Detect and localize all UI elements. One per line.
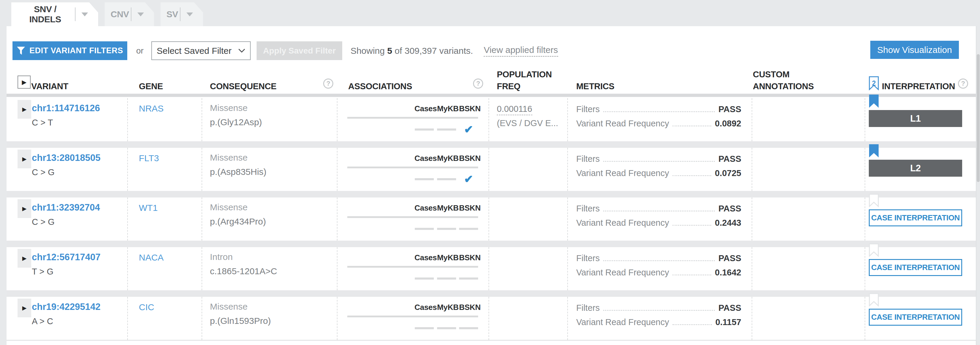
help-icon[interactable]: ?: [323, 78, 333, 89]
row-divider: [6, 141, 976, 148]
variant-link[interactable]: chr12:56717407: [32, 252, 127, 262]
variant-cell: chr13:28018505 C > G: [31, 148, 128, 191]
variant-link[interactable]: chr19:42295142: [32, 302, 127, 312]
gene-link[interactable]: WT1: [139, 203, 158, 213]
row-expand-button[interactable]: ▶: [18, 100, 31, 119]
view-applied-filters-link[interactable]: View applied filters: [484, 45, 558, 57]
variant-change: C > G: [32, 217, 127, 227]
associations-block: Cases MyKB BSKN: [347, 204, 478, 234]
row-expand-button[interactable]: ▶: [18, 299, 31, 317]
edit-variant-filters-button[interactable]: EDIT VARIANT FILTERS: [13, 41, 127, 60]
assoc-label-bskn: BSKN: [459, 253, 478, 262]
assoc-mark-mykb: [437, 228, 456, 230]
row-expand-button[interactable]: ▶: [18, 249, 31, 268]
assoc-label-mykb: MyKB: [437, 104, 456, 113]
header-divider-bar: [6, 94, 976, 97]
associations-cell: Cases MyKB BSKN: [337, 247, 489, 290]
expand-all-rows-button[interactable]: ▶: [18, 76, 30, 89]
custom-annotations-cell: [752, 297, 865, 340]
variant-cell: chr1:114716126 C > T: [31, 98, 128, 141]
dotted-leader: [603, 211, 715, 211]
consequence-cell: Missense p.(Gly12Asp): [202, 98, 337, 141]
population-freq-source: (EVS / DGV E...: [497, 118, 567, 128]
select-saved-filter-dropdown[interactable]: Select Saved Filter: [151, 41, 251, 60]
row-expand-button[interactable]: ▶: [18, 149, 31, 169]
metric-vrf-value: 0.1642: [715, 268, 741, 278]
gene-cell: CIC: [128, 297, 202, 340]
tab-label: CNV: [111, 9, 129, 19]
metrics-cell: Filters PASS Variant Read Frequency 0.07…: [568, 148, 752, 191]
custom-annotations-cell: [752, 197, 865, 241]
expand-icon: ▶: [22, 305, 27, 311]
assoc-mark-cases: [414, 228, 434, 230]
help-icon[interactable]: ?: [958, 78, 968, 89]
scrollbar-track: [977, 26, 980, 345]
scrollbar-thumb[interactable]: [977, 54, 980, 182]
dotted-leader: [673, 324, 712, 325]
dotted-leader: [673, 225, 711, 226]
chevron-down-icon[interactable]: [81, 13, 88, 16]
table-row: ▶ chr13:28018505 C > G FLT3 Missense p.(…: [6, 148, 976, 191]
bookmark-icon[interactable]: [869, 243, 879, 257]
bookmark-icon[interactable]: [869, 94, 879, 108]
variant-cell: chr19:42295142 A > C: [31, 297, 128, 340]
variant-change: A > C: [32, 316, 127, 326]
bookmark-count-value: 2: [869, 77, 879, 89]
gene-link[interactable]: NRAS: [139, 103, 164, 113]
assoc-label-cases: Cases: [414, 253, 434, 262]
expander-cell: ▶: [6, 297, 31, 340]
tab-snv-indels[interactable]: SNV / INDELS: [11, 2, 98, 26]
gene-link[interactable]: CIC: [139, 302, 154, 312]
assoc-mark-bskn: [459, 327, 478, 329]
bookmark-icon[interactable]: [869, 144, 879, 157]
consequence-cell: Missense p.(Asp835His): [202, 148, 337, 191]
assoc-mark-bskn: [459, 124, 478, 135]
variant-link[interactable]: chr1:114716126: [32, 103, 127, 114]
population-freq-cell: [489, 148, 568, 191]
apply-saved-filter-button[interactable]: Apply Saved Filter: [256, 41, 342, 60]
metric-vrf-value: 0.0892: [715, 119, 741, 129]
metrics-cell: Filters PASS Variant Read Frequency 0.24…: [568, 197, 752, 241]
consequence-type: Intron: [210, 252, 337, 262]
gene-link[interactable]: NACA: [139, 253, 164, 262]
assoc-mark-bskn: [459, 228, 478, 230]
tab-cnv[interactable]: CNV: [105, 2, 154, 26]
header-interpretation: INTERPRETATION: [882, 80, 955, 92]
expand-icon: ▶: [22, 107, 27, 112]
assoc-divider-line: [347, 167, 478, 169]
assoc-label-bskn: BSKN: [459, 104, 478, 113]
header-associations: ASSOCIATIONS: [348, 80, 412, 92]
interpretation-action[interactable]: CASE INTERPRETATION: [869, 309, 962, 326]
consequence-detail: p.(Asp835His): [210, 167, 337, 177]
gene-link[interactable]: FLT3: [139, 153, 159, 163]
dotted-leader: [603, 260, 715, 261]
metric-vrf-value: 0.2443: [715, 218, 741, 228]
variant-link[interactable]: chr13:28018505: [32, 153, 127, 163]
assoc-label-cases: Cases: [414, 104, 434, 113]
variant-link[interactable]: chr11:32392704: [32, 202, 127, 213]
consequence-detail: p.(Gln1593Pro): [210, 316, 337, 326]
variant-change: C > T: [32, 118, 127, 127]
interpretation-action[interactable]: CASE INTERPRETATION: [869, 259, 962, 276]
assoc-mark-cases: [414, 129, 434, 130]
row-divider: [6, 290, 976, 297]
row-expand-button[interactable]: ▶: [18, 199, 31, 218]
chevron-down-icon[interactable]: [137, 13, 144, 16]
chevron-down-icon[interactable]: [186, 13, 193, 16]
bookmark-icon[interactable]: [869, 293, 879, 307]
interpretation-action[interactable]: CASE INTERPRETATION: [869, 209, 962, 226]
consequence-cell: Missense p.(Gln1593Pro): [202, 297, 337, 340]
population-freq-value[interactable]: 0.000116: [497, 104, 532, 115]
filters-toolbar: EDIT VARIANT FILTERS or Select Saved Fil…: [13, 41, 558, 60]
tab-sv[interactable]: SV: [161, 2, 203, 26]
variants-panel: EDIT VARIANT FILTERS or Select Saved Fil…: [6, 26, 977, 345]
assoc-label-bskn: BSKN: [459, 303, 478, 312]
interpretation-action[interactable]: L2: [869, 160, 962, 176]
show-visualization-button[interactable]: Show Visualization: [870, 41, 959, 59]
interpretation-action[interactable]: L1: [869, 110, 962, 127]
consequence-type: Missense: [210, 103, 337, 113]
help-icon[interactable]: ?: [473, 78, 483, 89]
assoc-mark-mykb: [437, 129, 456, 130]
bookmark-icon[interactable]: [869, 194, 879, 207]
population-freq-cell: [489, 247, 568, 290]
